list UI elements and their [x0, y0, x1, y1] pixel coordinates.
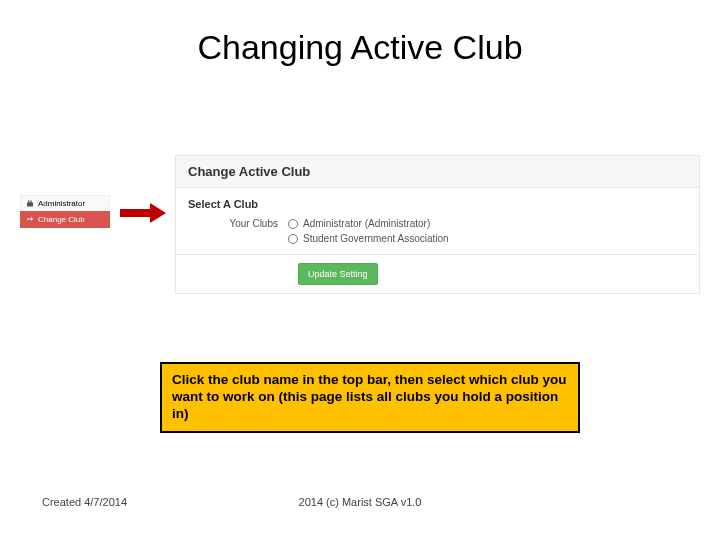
svg-rect-0: [27, 202, 33, 206]
panel-sub-heading: Select A Club: [188, 198, 687, 210]
slide-title: Changing Active Club: [0, 28, 720, 67]
radio-input[interactable]: [288, 234, 298, 244]
sidebar: Administrator Change Club: [20, 195, 110, 228]
svg-marker-3: [150, 203, 166, 223]
slide: Changing Active Club Administrator Chang…: [0, 0, 720, 540]
radio-option[interactable]: Administrator (Administrator): [288, 218, 449, 229]
footer-copyright: 2014 (c) Marist SGA v1.0: [0, 496, 720, 508]
sidebar-item-administrator[interactable]: Administrator: [20, 195, 110, 211]
sidebar-item-label: Change Club: [38, 215, 85, 224]
svg-rect-1: [29, 201, 32, 203]
radio-label: Student Government Association: [303, 233, 449, 244]
arrow-icon: [120, 203, 166, 227]
content-panel: Change Active Club Select A Club Your Cl…: [175, 155, 700, 294]
panel-body: Select A Club Your Clubs Administrator (…: [175, 188, 700, 255]
briefcase-icon: [26, 200, 34, 208]
sidebar-item-label: Administrator: [38, 199, 85, 208]
button-row: Update Setting: [175, 255, 700, 294]
svg-rect-2: [120, 209, 150, 217]
form-label: Your Clubs: [188, 218, 288, 229]
radio-label: Administrator (Administrator): [303, 218, 430, 229]
form-row: Your Clubs Administrator (Administrator)…: [188, 218, 687, 244]
radio-input[interactable]: [288, 219, 298, 229]
sidebar-item-change-club[interactable]: Change Club: [20, 211, 110, 228]
swap-icon: [26, 216, 34, 224]
panel-heading: Change Active Club: [175, 155, 700, 188]
callout-box: Click the club name in the top bar, then…: [160, 362, 580, 433]
radio-group: Administrator (Administrator) Student Go…: [288, 218, 449, 244]
radio-option[interactable]: Student Government Association: [288, 233, 449, 244]
update-setting-button[interactable]: Update Setting: [298, 263, 378, 285]
